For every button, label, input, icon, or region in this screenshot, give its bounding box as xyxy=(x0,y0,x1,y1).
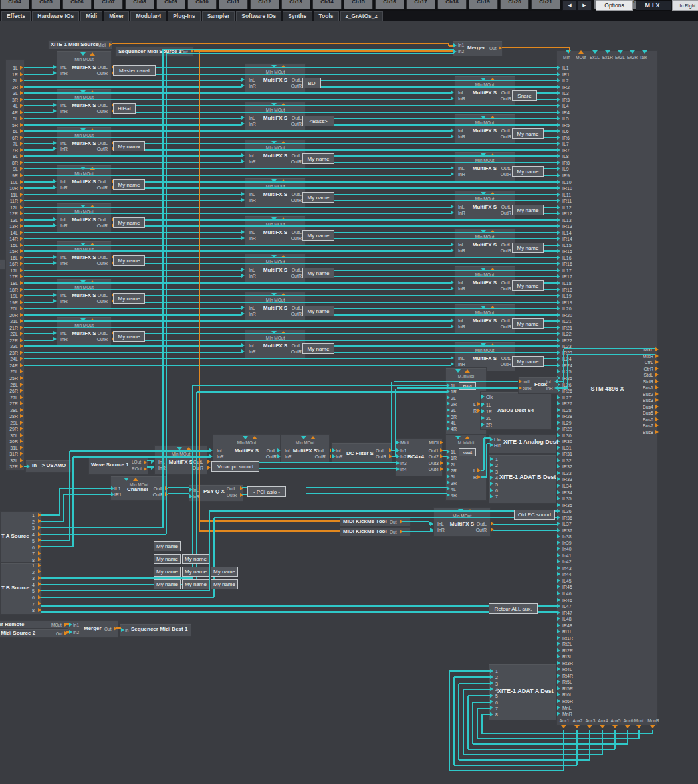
mixer-output-port[interactable]: Bus8 xyxy=(628,430,653,435)
tab-ch18[interactable]: Ch18 xyxy=(437,0,467,9)
midi-port-arrow[interactable] xyxy=(20,167,23,171)
audio-port-arrow[interactable] xyxy=(557,642,560,646)
audio-port-arrow[interactable] xyxy=(447,401,450,405)
menu-item-effects[interactable]: Effects xyxy=(1,11,31,21)
audio-port-arrow[interactable] xyxy=(557,237,560,241)
sw4-out-port[interactable]: L xyxy=(473,402,476,407)
port-label[interactable]: 29R xyxy=(4,427,18,432)
midi-port-arrow[interactable] xyxy=(20,116,23,120)
my-name-label[interactable]: My name xyxy=(154,554,181,564)
midi-port-arrow[interactable] xyxy=(578,50,584,54)
mixer-input-port[interactable]: IR45 xyxy=(562,585,572,590)
mixer-input-port[interactable]: IR3 xyxy=(562,98,570,103)
midi-port-arrow[interactable] xyxy=(20,268,23,272)
audio-port-arrow[interactable] xyxy=(557,636,560,640)
port-label[interactable]: 30R xyxy=(4,439,18,444)
midi-port-arrow[interactable] xyxy=(20,262,23,266)
mixer-input-port[interactable]: IL35 xyxy=(562,496,572,502)
audio-port-arrow[interactable] xyxy=(241,230,245,234)
midi-port-arrow[interactable] xyxy=(20,161,23,165)
mixer-header-port[interactable]: Ex2L xyxy=(615,55,625,60)
audio-port-arrow[interactable] xyxy=(557,522,560,526)
audio-port-arrow[interactable] xyxy=(490,476,493,480)
mixer-input-port[interactable]: IL15 xyxy=(562,243,572,248)
audio-port-arrow[interactable] xyxy=(451,172,454,176)
audio-port-arrow[interactable] xyxy=(447,462,450,466)
midi-port-arrow[interactable] xyxy=(20,351,23,355)
midi-port-arrow[interactable] xyxy=(20,104,23,108)
audio-port-arrow[interactable] xyxy=(618,50,623,54)
audio-port-arrow[interactable] xyxy=(53,261,57,265)
midi-port-arrow[interactable] xyxy=(20,300,23,304)
mixer-input-port[interactable]: MnL xyxy=(562,706,572,711)
midi-port-arrow[interactable] xyxy=(20,180,23,184)
mixer-input-port[interactable]: IL14 xyxy=(562,231,572,236)
mixer-input-port[interactable]: IL16 xyxy=(562,256,572,261)
port-label[interactable]: 1R xyxy=(4,72,18,78)
audio-port-arrow[interactable] xyxy=(557,446,560,450)
audio-port-arrow[interactable] xyxy=(447,420,450,424)
adat-b-port[interactable]: 3 xyxy=(495,470,498,475)
mixer-input-port[interactable]: IL32 xyxy=(562,458,572,464)
port-label[interactable]: 27R xyxy=(4,401,18,407)
audio-port-arrow[interactable] xyxy=(241,198,245,202)
bc-in-port[interactable]: Midi xyxy=(400,441,409,446)
midi-port-arrow[interactable] xyxy=(20,110,23,114)
audio-port-arrow[interactable] xyxy=(241,306,245,310)
audio-port-arrow[interactable] xyxy=(557,262,560,266)
audio-port-arrow[interactable] xyxy=(490,681,493,685)
mixer-input-port[interactable]: IR13 xyxy=(562,224,572,229)
port-outr[interactable]: OutR xyxy=(245,349,302,355)
audio-port-arrow[interactable] xyxy=(557,319,560,323)
mixer-input-port[interactable]: IR47 xyxy=(562,611,572,616)
audio-port-arrow[interactable] xyxy=(557,249,560,253)
audio-port-arrow[interactable] xyxy=(27,464,30,468)
mixer-output-port[interactable]: Bus4 xyxy=(628,405,653,410)
mixer-input-port[interactable]: IR30 xyxy=(562,439,572,444)
port-outr[interactable]: OutR xyxy=(57,109,108,114)
port-outr[interactable]: OutR xyxy=(245,274,302,279)
audio-port-arrow[interactable] xyxy=(557,617,560,621)
menu-item-mixer[interactable]: Mixer xyxy=(104,11,129,21)
audio-port-arrow[interactable] xyxy=(557,654,560,658)
audio-port-arrow[interactable] xyxy=(605,50,610,54)
ta-port[interactable]: 5 xyxy=(25,539,35,544)
audio-port-arrow[interactable] xyxy=(557,85,560,89)
port-rin[interactable]: RIn xyxy=(494,443,501,448)
port-label[interactable]: 15L xyxy=(4,243,18,248)
port-outr[interactable]: OutR xyxy=(57,299,108,304)
menu-item-modular4[interactable]: Modular4 xyxy=(130,11,166,21)
sw4-out-port[interactable]: R xyxy=(473,409,477,414)
audio-port-arrow[interactable] xyxy=(557,706,560,710)
port-inl[interactable]: InL xyxy=(336,448,342,454)
audio-port-arrow[interactable] xyxy=(447,414,450,418)
mixer-input-port[interactable]: IL21 xyxy=(562,319,572,324)
audio-port-arrow[interactable] xyxy=(69,630,72,634)
mixer-input-port[interactable]: IL18 xyxy=(562,281,572,286)
mixer-input-port[interactable]: IR1 xyxy=(562,72,570,78)
audio-port-arrow[interactable] xyxy=(557,464,560,468)
port-lin[interactable]: LIn xyxy=(494,437,501,442)
port-outr[interactable]: OutR xyxy=(245,84,302,89)
audio-port-arrow[interactable] xyxy=(53,65,57,69)
audio-port-arrow[interactable] xyxy=(53,179,57,183)
port-label[interactable]: 9R xyxy=(4,173,18,179)
port-label[interactable]: 5R xyxy=(4,123,18,128)
audio-port-arrow[interactable] xyxy=(490,469,493,473)
tab-ch04[interactable]: Ch04 xyxy=(0,0,29,9)
audio-port-arrow[interactable] xyxy=(557,452,560,456)
midi-port-arrow[interactable] xyxy=(20,98,23,102)
audio-port-arrow[interactable] xyxy=(557,224,560,228)
audio-port-arrow[interactable] xyxy=(451,280,454,284)
port-outr[interactable]: OutR xyxy=(454,96,511,102)
midi-port-arrow[interactable] xyxy=(20,218,23,222)
port-label[interactable]: 7R xyxy=(4,148,18,153)
port-outl[interactable]: OutL xyxy=(245,268,302,273)
bc-in-port[interactable]: In4 xyxy=(400,467,407,472)
tb-port[interactable]: 1 xyxy=(25,563,35,569)
port-inr[interactable]: InR xyxy=(336,454,343,460)
mixer-header-port[interactable]: MOut xyxy=(576,55,586,60)
mixer-aux-port[interactable]: MonR xyxy=(646,718,661,723)
mixer-output-port[interactable]: CtrR xyxy=(628,367,653,372)
adat-a-port[interactable]: 2 xyxy=(495,675,498,680)
